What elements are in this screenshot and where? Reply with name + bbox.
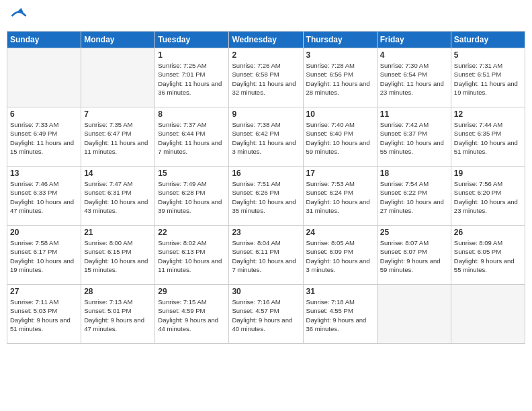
day-info: Sunrise: 7:13 AM Sunset: 5:01 PM Dayligh… — [84, 298, 152, 333]
calendar-cell — [451, 285, 525, 344]
calendar-cell: 13Sunrise: 7:46 AM Sunset: 6:33 PM Dayli… — [7, 167, 81, 226]
col-header-tuesday: Tuesday — [155, 32, 229, 48]
day-info: Sunrise: 8:07 AM Sunset: 6:07 PM Dayligh… — [380, 238, 448, 274]
day-info: Sunrise: 7:54 AM Sunset: 6:22 PM Dayligh… — [380, 179, 448, 215]
day-number: 4 — [380, 50, 448, 60]
calendar-cell: 6Sunrise: 7:33 AM Sunset: 6:49 PM Daylig… — [7, 107, 81, 167]
day-number: 20 — [10, 228, 78, 237]
calendar-cell: 11Sunrise: 7:42 AM Sunset: 6:37 PM Dayli… — [377, 107, 451, 167]
day-info: Sunrise: 7:28 AM Sunset: 6:56 PM Dayligh… — [306, 61, 374, 97]
day-number: 25 — [380, 228, 448, 237]
day-info: Sunrise: 7:11 AM Sunset: 5:03 PM Dayligh… — [10, 298, 78, 333]
calendar-cell: 26Sunrise: 8:09 AM Sunset: 6:05 PM Dayli… — [451, 226, 525, 285]
week-row-5: 27Sunrise: 7:11 AM Sunset: 5:03 PM Dayli… — [7, 285, 525, 344]
col-header-sunday: Sunday — [7, 32, 81, 48]
day-number: 21 — [84, 228, 152, 237]
calendar-cell — [7, 48, 81, 107]
week-row-1: 1Sunrise: 7:25 AM Sunset: 7:01 PM Daylig… — [7, 48, 525, 107]
day-number: 12 — [454, 109, 522, 119]
calendar-cell: 30Sunrise: 7:16 AM Sunset: 4:57 PM Dayli… — [229, 285, 303, 344]
day-number: 30 — [232, 287, 300, 296]
calendar-cell: 15Sunrise: 7:49 AM Sunset: 6:28 PM Dayli… — [155, 167, 229, 226]
day-info: Sunrise: 8:02 AM Sunset: 6:13 PM Dayligh… — [158, 238, 226, 274]
day-info: Sunrise: 7:42 AM Sunset: 6:37 PM Dayligh… — [380, 120, 448, 156]
day-number: 23 — [232, 228, 300, 237]
calendar-cell: 4Sunrise: 7:30 AM Sunset: 6:54 PM Daylig… — [377, 48, 451, 107]
day-info: Sunrise: 7:31 AM Sunset: 6:51 PM Dayligh… — [454, 61, 522, 97]
day-number: 1 — [158, 50, 226, 60]
col-header-thursday: Thursday — [303, 32, 377, 48]
calendar-cell: 8Sunrise: 7:37 AM Sunset: 6:44 PM Daylig… — [155, 107, 229, 167]
day-number: 13 — [10, 169, 78, 178]
day-info: Sunrise: 7:44 AM Sunset: 6:35 PM Dayligh… — [454, 120, 522, 156]
header — [7, 7, 525, 26]
calendar-cell: 7Sunrise: 7:35 AM Sunset: 6:47 PM Daylig… — [81, 107, 155, 167]
col-header-wednesday: Wednesday — [229, 32, 303, 48]
day-info: Sunrise: 8:00 AM Sunset: 6:15 PM Dayligh… — [84, 238, 152, 274]
week-row-4: 20Sunrise: 7:58 AM Sunset: 6:17 PM Dayli… — [7, 226, 525, 285]
calendar-cell: 1Sunrise: 7:25 AM Sunset: 7:01 PM Daylig… — [155, 48, 229, 107]
day-info: Sunrise: 7:18 AM Sunset: 4:55 PM Dayligh… — [306, 298, 374, 333]
day-info: Sunrise: 7:51 AM Sunset: 6:26 PM Dayligh… — [232, 179, 300, 215]
day-info: Sunrise: 7:33 AM Sunset: 6:49 PM Dayligh… — [10, 120, 78, 156]
calendar-cell: 14Sunrise: 7:47 AM Sunset: 6:31 PM Dayli… — [81, 167, 155, 226]
day-number: 19 — [454, 169, 522, 178]
calendar-cell — [377, 285, 451, 344]
calendar-cell: 29Sunrise: 7:15 AM Sunset: 4:59 PM Dayli… — [155, 285, 229, 344]
calendar-table: SundayMondayTuesdayWednesdayThursdayFrid… — [7, 31, 525, 344]
calendar-cell: 2Sunrise: 7:26 AM Sunset: 6:58 PM Daylig… — [229, 48, 303, 107]
day-info: Sunrise: 7:40 AM Sunset: 6:40 PM Dayligh… — [306, 120, 374, 156]
calendar-cell: 31Sunrise: 7:18 AM Sunset: 4:55 PM Dayli… — [303, 285, 377, 344]
day-info: Sunrise: 7:46 AM Sunset: 6:33 PM Dayligh… — [10, 179, 78, 215]
col-header-friday: Friday — [377, 32, 451, 48]
calendar-cell: 23Sunrise: 8:04 AM Sunset: 6:11 PM Dayli… — [229, 226, 303, 285]
day-number: 9 — [232, 109, 300, 119]
day-number: 6 — [10, 109, 78, 119]
day-number: 27 — [10, 287, 78, 296]
calendar-header-row: SundayMondayTuesdayWednesdayThursdayFrid… — [7, 32, 525, 48]
day-number: 2 — [232, 50, 300, 60]
day-info: Sunrise: 8:09 AM Sunset: 6:05 PM Dayligh… — [454, 238, 522, 274]
calendar-cell: 20Sunrise: 7:58 AM Sunset: 6:17 PM Dayli… — [7, 226, 81, 285]
day-number: 5 — [454, 50, 522, 60]
day-number: 17 — [306, 169, 374, 178]
calendar-cell: 25Sunrise: 8:07 AM Sunset: 6:07 PM Dayli… — [377, 226, 451, 285]
calendar-cell: 9Sunrise: 7:38 AM Sunset: 6:42 PM Daylig… — [229, 107, 303, 167]
day-info: Sunrise: 7:37 AM Sunset: 6:44 PM Dayligh… — [158, 120, 226, 156]
calendar-cell: 24Sunrise: 8:05 AM Sunset: 6:09 PM Dayli… — [303, 226, 377, 285]
day-info: Sunrise: 7:38 AM Sunset: 6:42 PM Dayligh… — [232, 120, 300, 156]
calendar-cell: 18Sunrise: 7:54 AM Sunset: 6:22 PM Dayli… — [377, 167, 451, 226]
day-number: 26 — [454, 228, 522, 237]
calendar-cell: 10Sunrise: 7:40 AM Sunset: 6:40 PM Dayli… — [303, 107, 377, 167]
day-number: 11 — [380, 109, 448, 119]
day-info: Sunrise: 8:05 AM Sunset: 6:09 PM Dayligh… — [306, 238, 374, 274]
day-info: Sunrise: 7:15 AM Sunset: 4:59 PM Dayligh… — [158, 298, 226, 333]
day-number: 16 — [232, 169, 300, 178]
day-info: Sunrise: 7:56 AM Sunset: 6:20 PM Dayligh… — [454, 179, 522, 215]
calendar-cell: 19Sunrise: 7:56 AM Sunset: 6:20 PM Dayli… — [451, 167, 525, 226]
day-info: Sunrise: 7:58 AM Sunset: 6:17 PM Dayligh… — [10, 238, 78, 274]
calendar-cell: 3Sunrise: 7:28 AM Sunset: 6:56 PM Daylig… — [303, 48, 377, 107]
day-number: 22 — [158, 228, 226, 237]
day-number: 14 — [84, 169, 152, 178]
calendar-cell: 21Sunrise: 8:00 AM Sunset: 6:15 PM Dayli… — [81, 226, 155, 285]
day-number: 7 — [84, 109, 152, 119]
day-info: Sunrise: 7:16 AM Sunset: 4:57 PM Dayligh… — [232, 298, 300, 333]
day-number: 3 — [306, 50, 374, 60]
day-info: Sunrise: 7:35 AM Sunset: 6:47 PM Dayligh… — [84, 120, 152, 156]
day-number: 18 — [380, 169, 448, 178]
day-info: Sunrise: 8:04 AM Sunset: 6:11 PM Dayligh… — [232, 238, 300, 274]
col-header-saturday: Saturday — [451, 32, 525, 48]
day-number: 24 — [306, 228, 374, 237]
calendar-cell — [81, 48, 155, 107]
day-info: Sunrise: 7:25 AM Sunset: 7:01 PM Dayligh… — [158, 61, 226, 97]
logo-icon — [9, 7, 28, 26]
week-row-3: 13Sunrise: 7:46 AM Sunset: 6:33 PM Dayli… — [7, 167, 525, 226]
day-number: 29 — [158, 287, 226, 296]
day-info: Sunrise: 7:30 AM Sunset: 6:54 PM Dayligh… — [380, 61, 448, 97]
calendar-cell: 22Sunrise: 8:02 AM Sunset: 6:13 PM Dayli… — [155, 226, 229, 285]
calendar-cell: 17Sunrise: 7:53 AM Sunset: 6:24 PM Dayli… — [303, 167, 377, 226]
day-number: 8 — [158, 109, 226, 119]
calendar-cell: 28Sunrise: 7:13 AM Sunset: 5:01 PM Dayli… — [81, 285, 155, 344]
day-info: Sunrise: 7:53 AM Sunset: 6:24 PM Dayligh… — [306, 179, 374, 215]
